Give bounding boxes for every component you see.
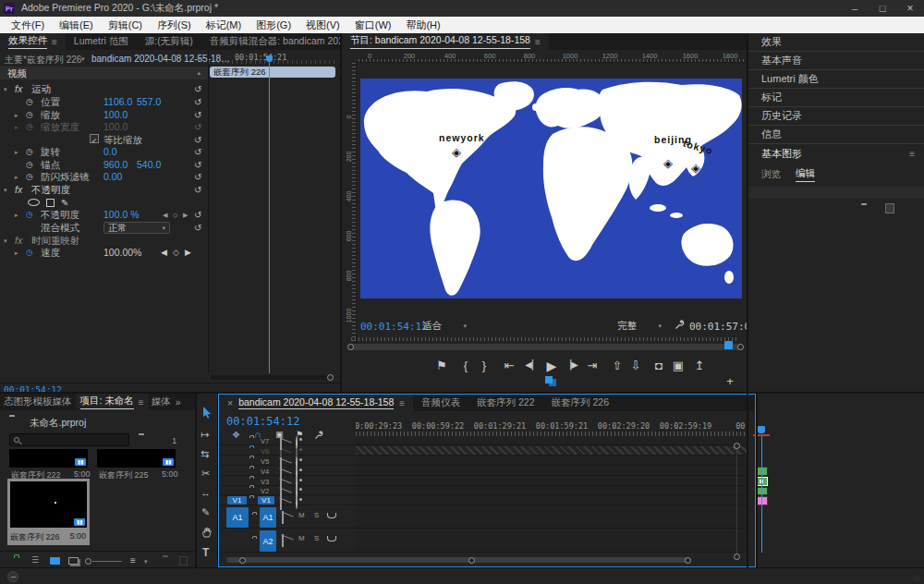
compare-view-button[interactable]: ▣	[671, 359, 686, 372]
menu-clip[interactable]: 剪辑(C)	[101, 18, 150, 32]
project-item[interactable]: ▮▮	[9, 449, 88, 468]
menu-sequence[interactable]: 序列(S)	[150, 18, 199, 32]
solo-button[interactable]: S	[314, 534, 319, 542]
panel-header-essential-sound[interactable]: 基本声音	[748, 52, 924, 70]
track-target-a1[interactable]: A1	[260, 507, 276, 528]
extract-button[interactable]: ⇩	[628, 359, 643, 372]
track-label[interactable]: V3	[261, 478, 269, 486]
collapse-up-icon[interactable]: ▴	[197, 69, 201, 77]
hand-tool[interactable]	[201, 527, 213, 540]
pen-tool[interactable]: ✎	[201, 506, 210, 518]
opacity-group-label[interactable]: 不透明度	[31, 184, 70, 196]
close-tab-icon[interactable]: ×	[227, 397, 233, 408]
minimize-button[interactable]: –	[841, 3, 869, 14]
menu-help[interactable]: 帮助(H)	[398, 18, 447, 32]
twirl-closed-icon[interactable]: ▸	[15, 146, 18, 158]
twirl-closed-icon[interactable]: ▸	[15, 247, 18, 259]
tab-media-browser[interactable]: 媒体	[149, 394, 174, 410]
zoom-slider-track[interactable]	[92, 561, 122, 562]
solo-button[interactable]: S	[314, 511, 319, 519]
speed-value[interactable]: 100.00%	[103, 247, 141, 259]
track-label[interactable]: V6	[261, 447, 269, 456]
export-frame-button[interactable]: ◘	[651, 359, 666, 372]
ec-section-video[interactable]: 视频 ▴	[0, 67, 208, 79]
item-name[interactable]: 嵌套序列 225	[99, 469, 149, 481]
scrub-left-handle[interactable]	[347, 344, 354, 350]
rotation-value[interactable]: 0.0	[103, 146, 117, 158]
panel-menu-icon[interactable]: ≡	[535, 37, 541, 47]
h-scroll-left-handle[interactable]	[239, 557, 246, 564]
resize-grip-icon[interactable]	[913, 576, 920, 581]
panel-header-effects[interactable]: 效果	[748, 33, 924, 52]
next-keyframe-icon[interactable]: ▶	[183, 209, 188, 221]
v-scroll-bottom-handle[interactable]	[734, 554, 740, 560]
mark-in-button[interactable]: {	[458, 359, 473, 372]
opacity-value[interactable]: 100.0 %	[103, 209, 140, 221]
maximize-button[interactable]: □	[869, 3, 896, 14]
slip-tool[interactable]: ↔	[201, 487, 211, 498]
tab-timeline-sequence[interactable]: × bandicam 2020-04-08 12-55-18-158 ≡	[219, 395, 413, 411]
program-playhead-handle[interactable]	[724, 341, 733, 349]
program-video-frame[interactable]: newyork ◈ beijing tokyo ◈ ◈	[360, 79, 742, 298]
search-box[interactable]	[9, 433, 129, 446]
motion-label[interactable]: 运动	[31, 83, 51, 95]
stopwatch-icon[interactable]: ◷	[26, 171, 33, 183]
panel-header-lumetri-color[interactable]: Lumetri 颜色	[748, 70, 924, 89]
ec-h-scrollbar[interactable]	[211, 375, 333, 380]
source-patch-v1[interactable]: V1	[227, 496, 247, 505]
menu-marker[interactable]: 标记(M)	[199, 18, 249, 32]
pen-mask-icon[interactable]: ✎	[61, 197, 68, 209]
menu-window[interactable]: 窗口(W)	[347, 18, 399, 32]
sync-lock-icon[interactable]	[282, 512, 284, 523]
twirl-closed-icon[interactable]: ▸	[15, 109, 18, 121]
mute-button[interactable]: M	[298, 534, 305, 542]
selection-tool[interactable]	[202, 407, 212, 420]
tab-effect-controls[interactable]: 效果控件≡	[0, 33, 66, 50]
chevron-down-icon[interactable]: ▾	[81, 55, 85, 63]
anchor-x-value[interactable]: 960.0	[103, 159, 128, 171]
stopwatch-icon[interactable]: ◷	[26, 109, 33, 121]
reset-icon[interactable]: ↺	[194, 171, 201, 183]
reset-icon[interactable]: ↺	[194, 209, 201, 221]
uniform-scale-checkbox[interactable]: ✓	[90, 134, 99, 143]
reset-icon[interactable]: ↺	[194, 96, 201, 108]
chevron-right-icon[interactable]: ▸	[198, 55, 201, 62]
tab-audio-mixer[interactable]: 音频剪辑混合器: bandicam 2020-04-0	[201, 33, 340, 50]
list-view-button[interactable]: ☰	[31, 555, 39, 565]
mute-button[interactable]: M	[298, 511, 305, 519]
stopwatch-icon[interactable]: ◷	[26, 247, 33, 259]
go-to-out-button[interactable]: ⇥	[585, 359, 600, 372]
reset-icon[interactable]: ↺	[194, 146, 201, 158]
go-to-in-button[interactable]: ⇤	[502, 359, 517, 372]
stopwatch-icon[interactable]: ◷	[26, 146, 33, 158]
razor-tool[interactable]: ✂	[201, 468, 210, 480]
blend-mode-dropdown[interactable]: 正常▾	[103, 222, 170, 234]
new-item-icon[interactable]	[885, 203, 894, 213]
prev-keyframe-icon[interactable]: ◀	[161, 247, 167, 259]
panel-header-info[interactable]: 信息	[748, 126, 924, 144]
timeline-ruler[interactable]: 00:00:29:23 00:00:59:22 00:01:29:21 00:0…	[356, 420, 748, 436]
program-v-ruler[interactable]: 0 200 400 600 800 1000	[344, 63, 357, 344]
add-keyframe-icon[interactable]: ◇	[173, 209, 177, 221]
track-label[interactable]: V5	[261, 457, 269, 466]
panel-header-history[interactable]: 历史记录	[748, 107, 924, 126]
panel-menu-icon[interactable]: ≡	[139, 397, 144, 408]
scale-value[interactable]: 100.0	[103, 109, 128, 121]
v-scroll-top-handle[interactable]	[734, 443, 740, 449]
sort-button[interactable]: ≡	[130, 555, 136, 566]
timeline-h-scrollbar[interactable]	[226, 557, 688, 563]
stopwatch-icon[interactable]: ◷	[26, 159, 33, 171]
tab-source[interactable]: 源:(无剪辑)	[137, 33, 201, 50]
close-button[interactable]: ×	[896, 2, 924, 15]
playback-quality-dropdown[interactable]: 完整▾	[613, 319, 666, 333]
button-editor-add-icon[interactable]: +	[723, 374, 736, 388]
timeline-v-scrollbar[interactable]	[736, 443, 737, 555]
add-marker-button[interactable]: ⚑	[434, 359, 449, 372]
tab-edit[interactable]: 编辑	[796, 167, 815, 182]
sync-status-icon[interactable]	[7, 571, 18, 582]
menu-file[interactable]: 文件(F)	[4, 18, 52, 32]
scrub-right-handle[interactable]	[737, 344, 744, 350]
twirl-open-icon[interactable]: ▾	[4, 235, 7, 247]
timeremap-label[interactable]: 时间重映射	[31, 235, 80, 247]
chevron-down-icon[interactable]: ▾	[144, 558, 148, 566]
